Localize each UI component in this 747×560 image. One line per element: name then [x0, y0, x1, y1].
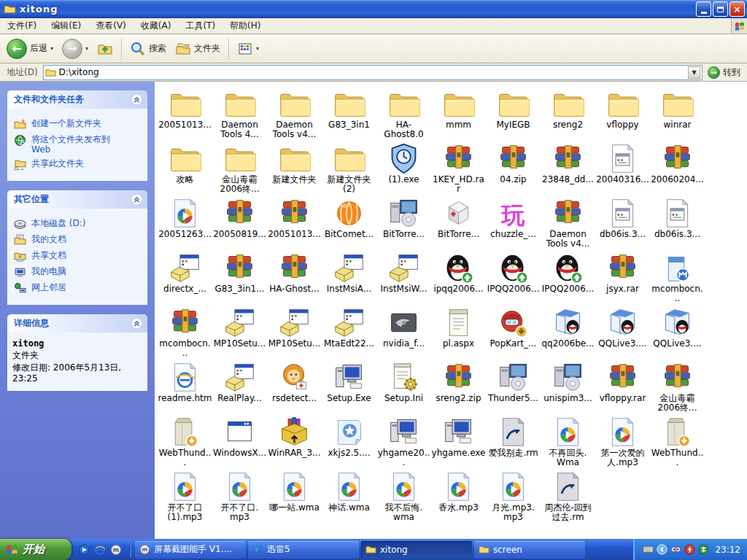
file-item[interactable]: 周杰伦-回到 过去.rm [541, 470, 595, 525]
file-item[interactable]: 第一次爱的 人.mp3 [595, 416, 650, 470]
file-item[interactable]: QQLive3.... [595, 306, 650, 361]
file-item[interactable]: mcombocn... [650, 252, 705, 306]
quicklaunch-maxthon-icon[interactable]: m [110, 544, 122, 556]
file-item[interactable]: 新建文件夹 (2) [322, 142, 376, 197]
file-item[interactable]: 20051013... [267, 197, 322, 252]
file-item[interactable]: 玩chuzzle_... [486, 197, 541, 252]
file-item[interactable]: Daemon Tools v4... [541, 197, 595, 252]
panel-header-0[interactable]: 文件和文件夹任务 [7, 90, 147, 109]
file-item[interactable]: db06is.3... [595, 197, 650, 252]
file-item[interactable]: sreng2 [541, 88, 595, 142]
file-item[interactable]: WinRAR_3... [267, 416, 322, 470]
sidebar-item[interactable]: 共享文档 [14, 250, 141, 262]
file-item[interactable]: WebThund... [650, 416, 705, 470]
sidebar-item[interactable]: 将这个文件夹发布到 Web [14, 134, 141, 155]
forward-button[interactable]: → ▾ [58, 36, 92, 61]
file-item[interactable]: vfloppy.rar [595, 361, 650, 416]
file-item[interactable]: 爱我别走.rm [486, 416, 541, 470]
file-item[interactable]: MP10Setu... [267, 306, 322, 361]
file-item[interactable]: jsyx.rar [595, 252, 650, 306]
file-item[interactable]: 月光.mp3. mp3 [486, 470, 541, 525]
tray-collapse-chevron-icon[interactable] [657, 544, 667, 555]
file-item[interactable]: WindowsX... [212, 416, 267, 470]
file-item[interactable]: G83_3in1... [212, 252, 267, 306]
file-item[interactable]: MP10Setu... [212, 306, 267, 361]
file-item[interactable]: (1).exe [376, 142, 431, 197]
panel-rollup-button[interactable] [131, 317, 143, 330]
file-item[interactable]: db06is.3... [650, 197, 705, 252]
go-button[interactable]: → 转到 [703, 65, 746, 80]
sidebar-item[interactable]: 创建一个新文件夹 [14, 118, 141, 131]
task-button-xitong[interactable]: xitong [361, 541, 472, 559]
task-button-screen[interactable]: screen [474, 541, 585, 559]
tray-keyboard-icon[interactable] [643, 544, 654, 555]
tray-thunder-flash-icon[interactable] [684, 544, 695, 555]
file-item[interactable]: BitTorre... [376, 197, 431, 252]
forward-dropdown-icon[interactable]: ▾ [85, 45, 88, 52]
file-item[interactable]: 新建文件夹 [267, 142, 322, 197]
menu-item-2[interactable]: 查看(V) [88, 18, 133, 34]
menu-item-4[interactable]: 工具(T) [178, 18, 222, 34]
file-item[interactable]: yhgame.exe [431, 416, 486, 470]
file-item[interactable]: mmm [431, 88, 486, 142]
file-item[interactable]: Setup.Exe [322, 361, 376, 416]
sidebar-item[interactable]: 网上邻居 [14, 282, 141, 295]
file-item[interactable]: vfloppy [595, 88, 650, 142]
address-input[interactable]: D:\xitong ▼ [43, 65, 703, 80]
file-item[interactable]: unispim3... [541, 361, 595, 416]
address-dropdown-button[interactable]: ▼ [688, 66, 700, 79]
file-item[interactable]: 不再回头. Wma [541, 416, 595, 470]
file-item[interactable]: QQLive3.... [650, 306, 705, 361]
file-item[interactable]: nvidia_f... [376, 306, 431, 361]
file-item[interactable]: HA-Ghost8.0 [376, 88, 431, 142]
file-item[interactable]: directx_... [158, 252, 212, 306]
file-item[interactable]: 20050819... [212, 197, 267, 252]
file-item[interactable]: IPQQ2006... [486, 252, 541, 306]
file-item[interactable]: 开不了口 (1).mp3 [158, 470, 212, 525]
back-dropdown-icon[interactable]: ▾ [50, 45, 53, 52]
views-dropdown-icon[interactable]: ▾ [256, 45, 259, 52]
file-item[interactable]: sreng2.zip [431, 361, 486, 416]
file-item[interactable]: PopKart_... [486, 306, 541, 361]
file-item[interactable]: BitTorre... [431, 197, 486, 252]
title-bar[interactable]: xitong × [0, 0, 747, 18]
file-item[interactable]: ipqq2006... [431, 252, 486, 306]
file-item[interactable]: 金山毒霸 2006终... [212, 142, 267, 197]
file-item[interactable]: 哪一站.wma [267, 470, 322, 525]
up-button[interactable] [93, 39, 117, 59]
file-item[interactable]: xkjs2.5.... [322, 416, 376, 470]
file-item[interactable]: 金山毒霸 2006终... [650, 361, 705, 416]
file-item[interactable]: Setup.Ini [376, 361, 431, 416]
file-list-area[interactable]: 20051013...Daemon Tools 4...Daemon Tools… [155, 82, 747, 539]
start-button[interactable]: 开始 [0, 539, 71, 560]
file-item[interactable]: IPQQ2006... [541, 252, 595, 306]
menu-item-5[interactable]: 帮助(H) [222, 18, 268, 34]
file-item[interactable]: winrar [650, 88, 705, 142]
file-item[interactable]: qq2006be... [541, 306, 595, 361]
task-button-屏幕截图能手 V1....[interactable]: m屏幕截图能手 V1.... [135, 541, 246, 559]
sidebar-item[interactable]: 共享此文件夹 [14, 158, 141, 171]
file-item[interactable]: rsdetect... [267, 361, 322, 416]
file-item[interactable]: Thunder5... [486, 361, 541, 416]
panel-rollup-button[interactable] [131, 193, 143, 206]
minimize-button[interactable] [696, 1, 711, 17]
file-item[interactable]: InstMsiW... [376, 252, 431, 306]
tray-eyes-icon[interactable] [670, 544, 681, 555]
file-item[interactable]: 1KEY_HD.rar [431, 142, 486, 197]
panel-rollup-button[interactable] [131, 93, 143, 106]
folders-button[interactable]: 文件夹 [171, 39, 224, 59]
menu-item-0[interactable]: 文件(F) [0, 18, 44, 34]
quicklaunch-ie-icon[interactable] [94, 544, 106, 556]
file-item[interactable]: MyIEGB [486, 88, 541, 142]
sidebar-item[interactable]: 我的电脑 [14, 266, 141, 279]
file-item[interactable]: 香水.mp3 [431, 470, 486, 525]
file-item[interactable]: 20051013... [158, 88, 212, 142]
file-item[interactable]: HA-Ghost... [267, 252, 322, 306]
file-item[interactable]: InstMsiA... [322, 252, 376, 306]
views-button[interactable]: ▾ [233, 39, 263, 59]
task-button-迅雷5[interactable]: 迅雷5 [248, 541, 359, 559]
file-item[interactable]: 我不后悔. wma [376, 470, 431, 525]
file-item[interactable]: 20060204... [650, 142, 705, 197]
file-item[interactable]: G83_3in1 [322, 88, 376, 142]
file-item[interactable]: 神话.wma [322, 470, 376, 525]
